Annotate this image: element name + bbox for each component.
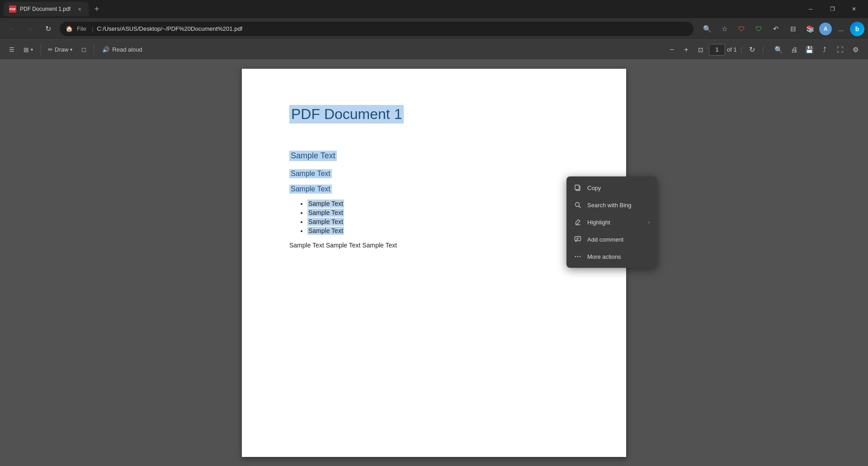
tools-icon: ☰ xyxy=(9,46,14,53)
draw-button[interactable]: ✏ Draw ▾ xyxy=(44,43,76,57)
refresh-button[interactable]: ↻ xyxy=(40,21,56,37)
more-button[interactable]: ... xyxy=(833,21,849,37)
copy-icon xyxy=(574,184,582,192)
back-button[interactable]: ← xyxy=(4,21,20,37)
list-item-4: Sample Text xyxy=(307,227,590,234)
fullscreen-button[interactable]: ⛶ xyxy=(833,43,847,57)
context-menu: Copy Search with Bing Hi xyxy=(566,176,657,268)
page-number-input[interactable] xyxy=(709,44,725,56)
vpn-button[interactable]: 🛡 xyxy=(750,21,767,37)
annotation-button[interactable]: ⊞ ▾ xyxy=(20,43,37,57)
pdf-heading-2: Sample Text xyxy=(289,169,332,178)
zoom-minus-button[interactable]: − xyxy=(665,43,678,56)
draw-label: Draw xyxy=(55,46,68,53)
draw-icon: ✏ xyxy=(48,46,53,53)
eraser-button[interactable]: ◻ xyxy=(78,43,90,57)
more-actions-icon xyxy=(574,252,582,261)
svg-point-9 xyxy=(580,256,580,257)
search-bing-menu-item[interactable]: Search with Bing xyxy=(566,196,657,214)
zoom-plus-button[interactable]: + xyxy=(680,43,693,56)
zoom-controls: − + ⊡ of 1 | ↻ | xyxy=(665,43,766,56)
restore-button[interactable]: ❐ xyxy=(822,2,843,16)
pdf-heading-1: Sample Text xyxy=(289,151,337,161)
window-controls: ─ ❐ ✕ xyxy=(800,2,864,16)
new-tab-button[interactable]: + xyxy=(90,3,103,15)
toolbar-divider-1 xyxy=(40,44,41,55)
pdf-toolbar: ☰ ⊞ ▾ ✏ Draw ▾ ◻ 🔊 Read aloud − + ⊡ of 1… xyxy=(0,40,868,60)
pdf-content-area: PDF Document 1 Sample Text Sample Text S… xyxy=(0,60,868,466)
svg-line-3 xyxy=(579,206,581,208)
split-screen-button[interactable]: ⊟ xyxy=(785,21,801,37)
read-aloud-label: Read aloud xyxy=(112,46,142,53)
profile-avatar[interactable]: A xyxy=(819,23,832,35)
rotate-button[interactable]: ↻ xyxy=(746,43,759,56)
search-button[interactable]: 🔍 xyxy=(771,43,786,57)
forward-button[interactable]: → xyxy=(22,21,38,37)
read-aloud-button[interactable]: 🔊 Read aloud xyxy=(98,43,147,57)
tab-pdf-icon: PDF xyxy=(9,5,16,13)
add-comment-icon xyxy=(574,235,582,243)
settings-button[interactable]: ⚙ xyxy=(848,43,863,57)
more-actions-label: More actions xyxy=(587,253,650,260)
svg-point-8 xyxy=(577,256,578,257)
copy-label: Copy xyxy=(587,185,650,191)
read-aloud-icon: 🔊 xyxy=(102,46,109,53)
file-label: File xyxy=(77,25,86,32)
search-bing-icon xyxy=(574,201,582,209)
highlight-icon xyxy=(574,218,582,226)
highlight-label: Highlight xyxy=(587,219,643,226)
home-icon: 🏠 xyxy=(65,25,73,33)
highlight-menu-item[interactable]: Highlight › xyxy=(566,214,657,231)
pdf-bullet-list: Sample Text Sample Text Sample Text Samp… xyxy=(307,200,590,234)
eraser-icon: ◻ xyxy=(81,46,86,53)
collections-button[interactable]: 📚 xyxy=(802,21,818,37)
fit-page-button[interactable]: ⊡ xyxy=(694,43,707,56)
add-comment-label: Add comment xyxy=(587,236,650,243)
bing-copilot-button[interactable]: b xyxy=(850,22,864,36)
search-bing-label: Search with Bing xyxy=(587,202,650,209)
titlebar: PDF PDF Document 1.pdf ✕ + ─ ❐ ✕ xyxy=(0,0,868,18)
favorites-button[interactable]: ☆ xyxy=(716,21,732,37)
pdf-page: PDF Document 1 Sample Text Sample Text S… xyxy=(242,69,626,457)
save-button[interactable]: 💾 xyxy=(802,43,816,57)
minimize-button[interactable]: ─ xyxy=(800,2,821,16)
pdf-body-text: Sample Text Sample Text Sample Text xyxy=(289,242,590,249)
svg-rect-1 xyxy=(575,185,579,190)
draw-chevron: ▾ xyxy=(70,47,72,52)
highlight-chevron: › xyxy=(648,220,650,225)
annotation-chevron: ▾ xyxy=(31,47,33,52)
close-button[interactable]: ✕ xyxy=(844,2,864,16)
address-text: C:/Users/ASUS/Desktop/~/PDF%20Document%2… xyxy=(97,25,688,32)
more-actions-menu-item[interactable]: More actions xyxy=(566,248,657,265)
toolbar-right-icons: 🔍 🖨 💾 ⤴ ⛶ ⚙ xyxy=(771,43,863,57)
copy-menu-item[interactable]: Copy xyxy=(566,179,657,196)
tools-button[interactable]: ☰ xyxy=(5,43,18,57)
svg-point-7 xyxy=(575,256,576,257)
nav-right-icons: 🔍 ☆ 🛡 🛡 ↶ ⊟ 📚 A ... b xyxy=(699,21,864,37)
shield-button[interactable]: 🛡 xyxy=(733,21,750,37)
active-tab[interactable]: PDF PDF Document 1.pdf ✕ xyxy=(4,2,89,16)
navbar: ← → ↻ 🏠 File | C:/Users/ASUS/Desktop/~/P… xyxy=(0,18,868,40)
zoom-search-button[interactable]: 🔍 xyxy=(699,21,715,37)
share-button[interactable]: ⤴ xyxy=(817,43,832,57)
list-item-3: Sample Text xyxy=(307,218,590,225)
pdf-heading-3: Sample Text xyxy=(289,185,332,194)
add-comment-menu-item[interactable]: Add comment xyxy=(566,231,657,248)
tab-close-button[interactable]: ✕ xyxy=(76,5,83,13)
toolbar-divider-2 xyxy=(94,44,94,55)
list-item-2: Sample Text xyxy=(307,209,590,216)
pdf-title: PDF Document 1 xyxy=(289,105,404,124)
annotation-icon: ⊞ xyxy=(24,46,29,53)
address-bar[interactable]: 🏠 File | C:/Users/ASUS/Desktop/~/PDF%20D… xyxy=(60,22,693,36)
page-total: of 1 xyxy=(727,46,737,53)
list-item-1: Sample Text xyxy=(307,200,590,207)
browser-essentials-button[interactable]: ↶ xyxy=(768,21,784,37)
tab-title: PDF Document 1.pdf xyxy=(20,6,71,12)
print-button[interactable]: 🖨 xyxy=(787,43,801,57)
